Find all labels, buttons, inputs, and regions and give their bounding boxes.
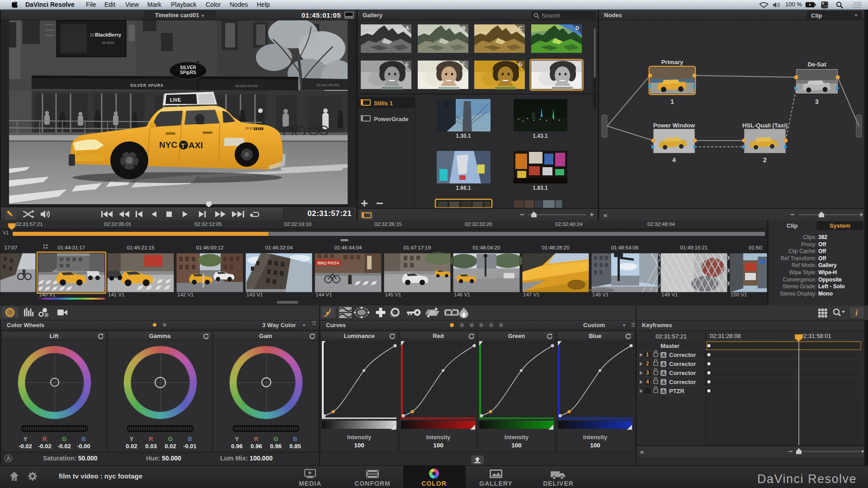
svg-text:1: 1: [670, 98, 674, 105]
svg-text:140 V1: 140 V1: [39, 292, 55, 297]
svg-text:7P37▮▮▮▮▮: 7P37▮▮▮▮▮: [245, 127, 264, 131]
svg-text:A: A: [662, 353, 665, 358]
svg-text:2: 2: [763, 156, 767, 164]
svg-text:∷ BlackBerry: ∷ BlackBerry: [90, 32, 122, 38]
svg-text:01:46:00:12: 01:46:00:12: [196, 245, 224, 250]
svg-text:01:44:31:17: 01:44:31:17: [58, 245, 85, 250]
svg-text:146 V1: 146 V1: [454, 292, 470, 297]
svg-text:4: 4: [672, 156, 676, 164]
svg-text:V1: V1: [3, 230, 9, 235]
svg-text:C: C: [519, 25, 522, 31]
svg-text:PowerGrade: PowerGrade: [374, 116, 409, 122]
svg-text:4: 4: [646, 379, 649, 385]
svg-text:Keyframes: Keyframes: [642, 322, 672, 328]
svg-text:02:31:58:01: 02:31:58:01: [800, 333, 831, 339]
svg-text:01:48:04:20: 01:48:04:20: [473, 245, 500, 250]
svg-text:DELIVER: DELIVER: [543, 480, 574, 487]
svg-text:17:07: 17:07: [5, 245, 18, 250]
svg-text:02:31:28:08: 02:31:28:08: [710, 333, 741, 339]
svg-text:Corrector: Corrector: [669, 361, 696, 367]
svg-text:CONFORM: CONFORM: [354, 480, 390, 487]
svg-text:COLOR: COLOR: [421, 480, 447, 487]
svg-text:H: H: [576, 61, 579, 67]
svg-text:F: F: [462, 61, 465, 67]
svg-text:PTZR: PTZR: [669, 388, 685, 394]
svg-text:1.43.1: 1.43.1: [533, 133, 548, 139]
svg-text:A: A: [662, 371, 665, 376]
svg-text:01:48:54:06: 01:48:54:06: [611, 245, 639, 250]
svg-text:HSL-Quali (Taxi): HSL-Quali (Taxi): [742, 122, 788, 129]
svg-text:AXI: AXI: [189, 141, 203, 150]
svg-text:Corrector: Corrector: [669, 379, 696, 385]
svg-text:1.83.1: 1.83.1: [533, 185, 548, 191]
svg-text:02:32:40:24: 02:32:40:24: [555, 221, 583, 227]
svg-text:01:48:28:20: 01:48:28:20: [542, 245, 570, 250]
svg-text:A: A: [662, 380, 665, 385]
svg-text:De-Sat: De-Sat: [807, 61, 826, 68]
svg-text:DaVinci Resolve: DaVinci Resolve: [757, 472, 857, 486]
svg-text:E: E: [406, 61, 409, 67]
svg-text:141 V1: 141 V1: [108, 292, 124, 297]
svg-text:02:31:57:21: 02:31:57:21: [15, 221, 43, 227]
svg-text:02:32:05:01: 02:32:05:01: [104, 221, 132, 227]
svg-text:02:32:12:05: 02:32:12:05: [194, 221, 222, 227]
svg-text:Master: Master: [660, 343, 679, 349]
svg-text:149 V1: 149 V1: [661, 292, 678, 297]
svg-text:SILVER SPURS: SILVER SPURS: [235, 84, 258, 88]
svg-text:SILVER SPURS: SILVER SPURS: [316, 84, 340, 87]
svg-text:A: A: [662, 362, 665, 367]
svg-text:1.66.1: 1.66.1: [456, 185, 471, 191]
svg-text:144 V1: 144 V1: [316, 292, 332, 297]
svg-text:MEDIA: MEDIA: [299, 480, 321, 487]
svg-text:A: A: [406, 25, 409, 31]
svg-text:1.30.1: 1.30.1: [456, 133, 471, 139]
svg-text:BBQ PIZZA: BBQ PIZZA: [317, 261, 340, 265]
svg-text:3: 3: [646, 370, 649, 376]
svg-text:«: «: [604, 211, 607, 219]
svg-text:2: 2: [646, 361, 649, 367]
svg-text:Be Bold: Be Bold: [102, 41, 114, 45]
svg-text:SILVER SPURS: SILVER SPURS: [130, 83, 164, 88]
svg-text:01:49:15:21: 01:49:15:21: [680, 245, 708, 250]
svg-text:142 V1: 142 V1: [177, 292, 193, 297]
svg-text:145 V1: 145 V1: [385, 292, 401, 297]
svg-text:Stills 1: Stills 1: [374, 100, 393, 107]
svg-text:G: G: [519, 61, 523, 67]
svg-text:3: 3: [815, 98, 819, 105]
svg-text:02:32:26:15: 02:32:26:15: [374, 221, 402, 227]
svg-text:147 V1: 147 V1: [523, 292, 539, 297]
svg-text:148 V1: 148 V1: [592, 292, 609, 297]
svg-text:01:45:21:15: 01:45:21:15: [127, 245, 155, 250]
svg-text:01:50:: 01:50:: [749, 245, 763, 250]
svg-text:D: D: [576, 25, 579, 31]
svg-text:Corrector: Corrector: [669, 370, 696, 376]
svg-text:02:32:33:20: 02:32:33:20: [465, 221, 492, 227]
svg-text:150 V1: 150 V1: [731, 292, 747, 297]
svg-text:film tv video : nyc footage: film tv video : nyc footage: [59, 472, 142, 480]
svg-text:01:46:44:04: 01:46:44:04: [335, 245, 362, 250]
svg-text:GALLERY: GALLERY: [479, 480, 512, 487]
svg-text:02:31:57:21: 02:31:57:21: [656, 333, 687, 340]
svg-text:«: «: [640, 448, 644, 455]
svg-text:02:32:48:04: 02:32:48:04: [647, 221, 675, 227]
svg-text:01:47:17:19: 01:47:17:19: [404, 245, 431, 250]
svg-text:T: T: [181, 142, 185, 150]
svg-text:SP◎RS: SP◎RS: [180, 70, 196, 75]
svg-text:SILVER: SILVER: [180, 65, 196, 70]
svg-text:B: B: [462, 25, 466, 31]
svg-text:LIVE: LIVE: [170, 97, 181, 103]
svg-text:Primary: Primary: [661, 59, 684, 66]
svg-text:1: 1: [646, 352, 649, 358]
svg-text:i: i: [855, 308, 858, 317]
svg-text:02:32:19:10: 02:32:19:10: [284, 221, 311, 227]
svg-text:Corrector: Corrector: [669, 352, 696, 358]
svg-text:143 V1: 143 V1: [246, 292, 263, 297]
svg-text:Power Window: Power Window: [653, 122, 695, 129]
svg-text:01:46:32:04: 01:46:32:04: [265, 245, 293, 250]
svg-text:A: A: [662, 389, 665, 394]
svg-text:NYC: NYC: [159, 140, 177, 150]
